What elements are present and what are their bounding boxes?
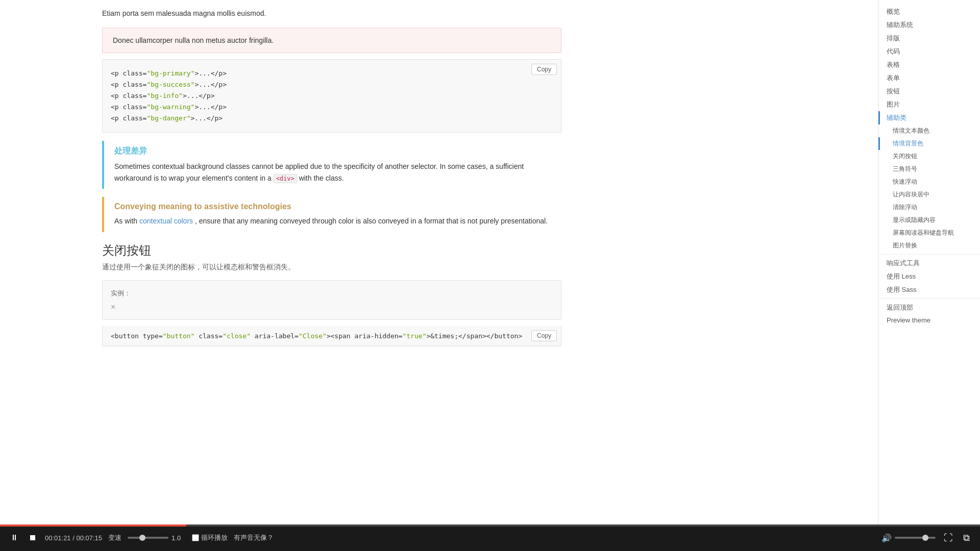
danger-callout: Donec ullamcorper nulla non metus auctor… <box>102 28 561 53</box>
code-block-1: Copy <p class="bg-primary">...</p> <p cl… <box>102 59 561 133</box>
sidebar-item-helper[interactable]: 辅助类 <box>878 111 980 124</box>
info-callout-body: Sometimes contextual background classes … <box>114 161 551 184</box>
warning-callout-heading: Conveying meaning to assistive technolog… <box>114 202 551 211</box>
voice-label: 有声音无像？ <box>234 533 274 542</box>
sidebar-item-img-replace[interactable]: 图片替换 <box>878 239 980 252</box>
speed-value: 1.0 <box>172 534 186 542</box>
sidebar-item-back-to-top[interactable]: 返回顶部 <box>878 301 980 314</box>
sidebar-item-context-text[interactable]: 情境文本颜色 <box>878 124 980 137</box>
sidebar-item-clear-float[interactable]: 清除浮动 <box>878 201 980 214</box>
volume-icon: 🔊 <box>881 533 892 543</box>
pip-icon: ⧉ <box>963 533 970 543</box>
speed-slider[interactable] <box>128 537 168 539</box>
sidebar-item-code[interactable]: 代码 <box>878 45 980 58</box>
pause-icon: ⏸ <box>10 533 18 542</box>
copy-button-2[interactable]: Copy <box>531 330 557 341</box>
stop-icon: ⏹ <box>29 533 37 542</box>
play-pause-button[interactable]: ⏸ <box>8 531 20 544</box>
sidebar-item-overview[interactable]: 概览 <box>878 5 980 18</box>
sidebar-item-table[interactable]: 表格 <box>878 58 980 71</box>
inline-code: <div> <box>274 174 297 183</box>
speed-label: 变速 <box>108 533 121 542</box>
sidebar-item-center-block[interactable]: 让内容块居中 <box>878 188 980 201</box>
code-line-4: <p class="bg-warning">...</p> <box>111 102 553 113</box>
sidebar-item-quick-float[interactable]: 快速浮动 <box>878 176 980 188</box>
close-btn-code-block: Copy <button type="button" class="close"… <box>102 326 561 346</box>
code-line-2: <p class="bg-success">...</p> <box>111 79 553 90</box>
sidebar-item-helper-system[interactable]: 辅助系统 <box>878 18 980 32</box>
loop-checkbox[interactable] <box>192 534 199 541</box>
contextual-colors-link[interactable]: contextual colors <box>139 217 193 225</box>
loop-control: 循环播放 <box>192 533 228 542</box>
code-line-3: <p class="bg-info">...</p> <box>111 90 553 102</box>
stop-button[interactable]: ⏹ <box>27 531 39 544</box>
sidebar-divider-1 <box>878 254 980 255</box>
fullscreen-button[interactable]: ⛶ <box>942 531 955 545</box>
volume-slider[interactable] <box>895 537 936 539</box>
info-callout-heading: 处理差异 <box>114 146 551 157</box>
speed-control: 1.0 <box>128 534 186 542</box>
info-callout: 处理差异 Sometimes contextual background cla… <box>102 141 561 189</box>
loop-label: 循环播放 <box>201 533 228 542</box>
warning-callout-body: As with contextual colors , ensure that … <box>114 215 551 227</box>
video-controls-bar: ⏸ ⏹ 00:01:21 / 00:07:15 变速 1.0 循环播放 有声音无… <box>0 524 980 551</box>
close-icon: × <box>111 303 115 311</box>
fullscreen-icon: ⛶ <box>944 533 953 543</box>
sidebar-item-button[interactable]: 按钮 <box>878 85 980 98</box>
top-text: Etiam porta sem malesuada magna mollis e… <box>102 5 561 21</box>
copy-button-1[interactable]: Copy <box>531 64 557 75</box>
progress-bar-fill <box>0 524 186 527</box>
sidebar-item-screen-reader[interactable]: 屏幕阅读器和键盘导航 <box>878 227 980 239</box>
sidebar-item-show-hide[interactable]: 显示或隐藏内容 <box>878 214 980 227</box>
close-btn-heading: 关闭按钮 <box>102 242 561 259</box>
close-button-demo[interactable]: × <box>111 303 115 311</box>
code-line-5: <p class="bg-danger">...</p> <box>111 113 553 124</box>
right-sidebar: 概览 辅助系统 排版 代码 表格 表单 按钮 图片 辅助类 情境文本颜色 情境背… <box>878 0 980 551</box>
sidebar-item-layout[interactable]: 排版 <box>878 32 980 45</box>
danger-callout-text: Donec ullamcorper nulla non metus auctor… <box>113 36 551 44</box>
sidebar-item-use-less[interactable]: 使用 Less <box>878 270 980 283</box>
sidebar-item-caret[interactable]: 三角符号 <box>878 163 980 176</box>
code-line-1: <p class="bg-primary">...</p> <box>111 68 553 79</box>
sidebar-item-image[interactable]: 图片 <box>878 98 980 111</box>
volume-control: 🔊 <box>881 533 936 543</box>
demo-label: 实例： <box>111 289 553 298</box>
close-btn-desc: 通过使用一个象征关闭的图标，可以让模态框和警告框消失。 <box>102 263 561 272</box>
sidebar-item-responsive[interactable]: 响应式工具 <box>878 257 980 270</box>
sidebar-item-context-bg[interactable]: 情境背景色 <box>878 137 980 150</box>
sidebar-item-preview-theme[interactable]: Preview theme <box>878 314 980 326</box>
close-btn-code: <button type="button" class="close" aria… <box>111 332 522 340</box>
sidebar-item-use-sass[interactable]: 使用 Sass <box>878 283 980 296</box>
sidebar-item-close-btn[interactable]: 关闭按钮 <box>878 150 980 163</box>
pip-button[interactable]: ⧉ <box>961 531 972 545</box>
sidebar-item-form[interactable]: 表单 <box>878 71 980 85</box>
warning-callout: Conveying meaning to assistive technolog… <box>102 197 561 232</box>
time-display: 00:01:21 / 00:07:15 <box>45 534 102 542</box>
demo-box: 实例： × <box>102 280 561 320</box>
progress-bar-container[interactable] <box>0 524 980 527</box>
sidebar-divider-2 <box>878 298 980 299</box>
